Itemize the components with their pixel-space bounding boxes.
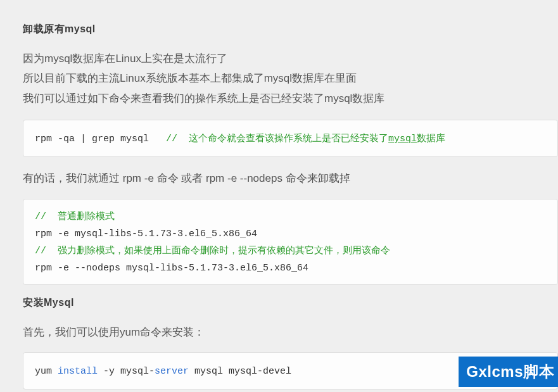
code-comment: // 普通删除模式 [35, 212, 115, 222]
paragraph-text: 首先，我们可以使用yum命令来安装： [23, 322, 558, 342]
code-command: rpm -e mysql-libs-5.1.73-3.el6_5.x86_64 [35, 229, 257, 239]
code-command: rpm -e --nodeps mysql-libs-5.1.73-3.el6_… [35, 263, 308, 274]
code-block-check-mysql: rpm -qa | grep mysql // 这个命令就会查看该操作系统上是否… [23, 120, 558, 157]
code-command: rpm -qa | grep mysql [35, 134, 166, 144]
section-heading-install: 安装Mysql [23, 296, 558, 310]
paragraph-text: 我们可以通过如下命令来查看我们的操作系统上是否已经安装了mysql数据库 [23, 89, 558, 108]
code-command: yum install -y mysql-server mysql mysql-… [35, 366, 291, 377]
paragraph-text: 因为mysql数据库在Linux上实在是太流行了 [23, 49, 558, 68]
paragraph-text: 有的话，我们就通过 rpm -e 命令 或者 rpm -e --nodeps 命… [23, 168, 558, 188]
code-comment: // 强力删除模式，如果使用上面命令删除时，提示有依赖的其它文件，则用该命令 [35, 246, 390, 256]
paragraph-text: 所以目前下载的主流Linux系统版本基本上都集成了mysql数据库在里面 [23, 68, 558, 88]
watermark-badge: Gxlcms脚本 [459, 357, 558, 387]
code-block-uninstall-mysql: // 普通删除模式 rpm -e mysql-libs-5.1.73-3.el6… [23, 199, 558, 285]
code-comment: // 这个命令就会查看该操作系统上是否已经安装了mysql数据库 [166, 134, 445, 144]
section-heading-uninstall: 卸载原有mysql [23, 23, 558, 36]
